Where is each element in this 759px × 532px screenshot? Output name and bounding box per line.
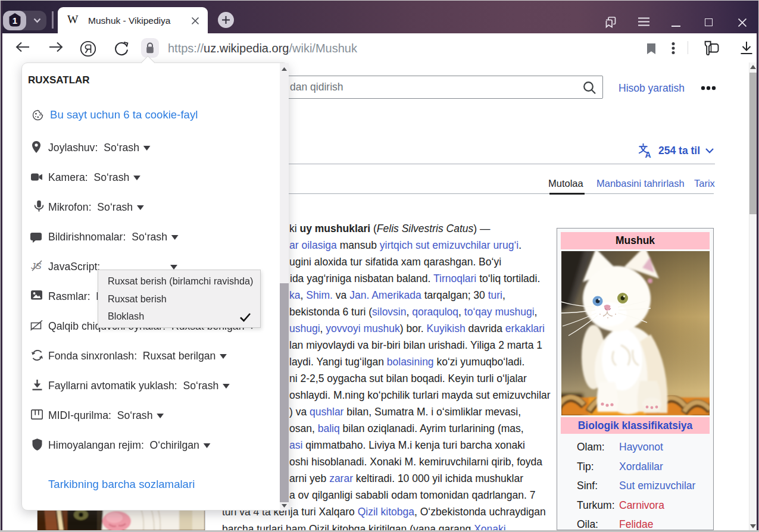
svg-text:A: A: [645, 150, 651, 158]
